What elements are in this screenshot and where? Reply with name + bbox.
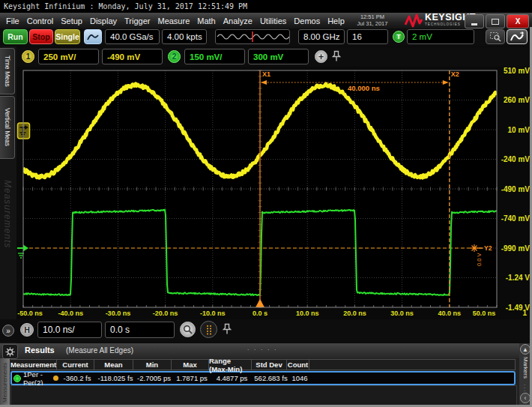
stop-button[interactable]: Stop	[29, 29, 53, 44]
single-curve-icon	[87, 32, 99, 41]
y-tick-label: -1.49 V	[506, 304, 531, 312]
clock-date: Jul 31, 2017	[346, 20, 399, 27]
cell-range: 4.4877 ps	[211, 373, 253, 384]
col-current[interactable]: Current	[57, 359, 94, 370]
clock: 12:51 PM Jul 31, 2017	[346, 13, 399, 27]
col-mean[interactable]: Mean	[94, 359, 133, 370]
measurements-tab[interactable]: Measurements	[0, 358, 10, 407]
y-tick-label: -490 mV	[501, 185, 531, 193]
col-min[interactable]: Min	[133, 359, 172, 370]
maximize-button[interactable]	[486, 14, 505, 28]
menu-help[interactable]: Help	[324, 16, 348, 25]
pin-hbar-button[interactable]	[223, 323, 232, 338]
timebase-position-field[interactable]: 0.0 s	[105, 322, 175, 338]
run-control-toolbar: Run Stop Single 40.0 GSa/s 4.00 kpts 8.0…	[0, 28, 532, 46]
channel1-number: 1	[26, 52, 31, 61]
results-settings-button[interactable]	[2, 344, 18, 359]
waveform-display[interactable]: X1X240.000 nsY20.0 V-50.0 ns-40.0 ns-30.…	[0, 66, 532, 321]
waveform-tools-button[interactable]	[507, 29, 528, 44]
results-title: Results	[25, 346, 55, 355]
cell-mean: -118.025 fs	[96, 373, 135, 384]
delta-arrow-left	[261, 80, 267, 85]
cell-min: -2.7005 ps	[135, 373, 173, 384]
maximize-icon	[492, 19, 499, 25]
markers-button[interactable]	[200, 321, 217, 338]
y-tick-label: -740 mV	[501, 214, 531, 223]
menu-analyze[interactable]: Analyze	[220, 16, 256, 25]
channel2-scale-field[interactable]: 150 mV/	[184, 49, 245, 64]
cell-std_dev: 562.683 fs	[253, 373, 288, 384]
horizontal-bar: H 10.0 ns/ 0.0 s »	[0, 319, 532, 343]
menu-display[interactable]: Display	[86, 16, 121, 25]
channel2-button[interactable]: 2	[168, 50, 181, 63]
menu-trigger[interactable]: Trigger	[121, 16, 154, 25]
trigger-level-field[interactable]: 2 mV	[407, 29, 474, 44]
menu-math[interactable]: Math	[193, 16, 219, 25]
horizontal-button[interactable]: H	[20, 323, 34, 337]
menu-setup[interactable]: Setup	[57, 16, 86, 25]
x-tick-label: 10.0 ns	[296, 310, 319, 317]
channel1-offset-field[interactable]: -490 mV	[102, 49, 163, 64]
menu-file[interactable]: File	[2, 16, 23, 25]
averages-field[interactable]: 16	[347, 29, 388, 44]
acquisition-mode-button[interactable]	[84, 29, 102, 44]
channel-bar: 1 250 mV/ -490 mV 2 150 mV/ 300 mV +	[16, 47, 532, 67]
waveform-preview[interactable]	[215, 29, 290, 44]
measurement-name: 1Per - Per(2)	[23, 370, 51, 387]
minimize-icon	[471, 23, 477, 25]
single-button[interactable]: Single	[55, 29, 80, 44]
col-filler	[309, 359, 516, 370]
menu-utilities[interactable]: Utilities	[256, 16, 290, 25]
channel1-scale-field[interactable]: 250 mV/	[38, 49, 99, 64]
close-button[interactable]: X	[507, 14, 529, 28]
results-header: Results (Measure All Edges) . . . . .	[0, 343, 532, 358]
zoom-region-button[interactable]	[486, 29, 505, 44]
results-table: MeasurementCurrentMeanMinMaxRange (Max-M…	[10, 359, 516, 385]
menu-measure[interactable]: Measure	[154, 16, 193, 25]
window-buttons: X	[465, 14, 529, 28]
markers-collapse-button[interactable]: ▲	[520, 344, 531, 355]
x1-label: X1	[262, 70, 270, 78]
y-tick-label: -990 mV	[501, 244, 531, 253]
chevron-right-icon: »	[6, 327, 10, 335]
results-drag-handle[interactable]: . . . . .	[247, 344, 278, 352]
plus-icon: +	[318, 52, 324, 62]
markers-prev-button[interactable]: ‹	[520, 393, 531, 403]
memory-depth-field[interactable]: 4.00 kpts	[162, 29, 207, 44]
zoom-button[interactable]	[180, 322, 196, 337]
x-tick-label: 30.0 ns	[390, 310, 414, 317]
markers-tab[interactable]: Markers	[522, 357, 529, 379]
sample-rate-field[interactable]: 40.0 GSa/s	[105, 29, 160, 44]
col-max[interactable]: Max	[172, 359, 209, 370]
trigger-letter: T	[396, 33, 401, 40]
menu-demos[interactable]: Demos	[290, 16, 324, 25]
timebase-scale-field[interactable]: 10.0 ns/	[37, 322, 102, 338]
col-measurement[interactable]: Measurement	[10, 359, 57, 370]
pin-channel-bar-button[interactable]	[332, 50, 341, 65]
window-title: Keysight Infiniium : Monday, July 31, 20…	[0, 0, 532, 13]
y-tick-label: -1.24 V	[506, 274, 531, 282]
measurement-color-dot	[53, 376, 58, 381]
add-waveform-button[interactable]: +	[315, 50, 327, 63]
hbar-expand-button[interactable]: »	[2, 325, 14, 337]
channel2-number: 2	[172, 52, 177, 61]
col-count[interactable]: Count	[287, 359, 309, 370]
menu-bar: FileControlSetupDisplayTriggerMeasureMat…	[0, 13, 532, 29]
menu-items: FileControlSetupDisplayTriggerMeasureMat…	[2, 13, 348, 28]
x-tick-label: -20.0 ns	[153, 310, 178, 317]
gear-icon	[5, 347, 15, 357]
run-button[interactable]: Run	[3, 29, 28, 44]
x-tick-label: -30.0 ns	[106, 310, 131, 317]
trigger-icon[interactable]: T	[393, 31, 405, 43]
col-std-dev[interactable]: Std Dev	[252, 359, 287, 370]
channel2-offset-field[interactable]: 300 mV	[248, 49, 309, 64]
menu-control[interactable]: Control	[23, 16, 57, 25]
bandwidth-field[interactable]: 8.00 GHz	[298, 29, 345, 44]
measurement-row[interactable]: 1Per - Per(2)-360.2 fs-118.025 fs-2.7005…	[10, 371, 516, 385]
minimize-button[interactable]	[465, 14, 484, 28]
trigger-time-marker[interactable]	[256, 299, 265, 307]
keysight-spark-icon	[405, 13, 423, 28]
col-range-max-min-[interactable]: Range (Max-Min)	[209, 359, 252, 370]
oscilloscope-app: Keysight Infiniium : Monday, July 31, 20…	[0, 0, 532, 407]
channel1-button[interactable]: 1	[22, 50, 34, 63]
